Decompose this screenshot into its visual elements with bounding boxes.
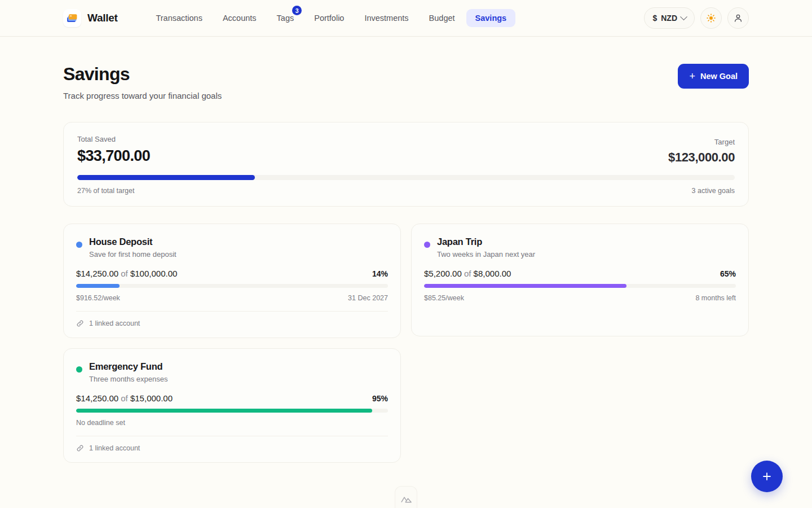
summary-values-row: Total Saved $33,700.00 Target $123,000.0…: [77, 135, 735, 165]
goal-linked-accounts-row[interactable]: 1 linked account: [76, 444, 388, 452]
goal-linked-accounts-label: 1 linked account: [89, 319, 140, 327]
total-progress-track: [77, 175, 735, 180]
link-icon: [76, 319, 84, 327]
goal-progress-fill: [76, 284, 120, 288]
goal-description: Three months expenses: [89, 375, 167, 383]
account-menu-button[interactable]: [727, 7, 749, 29]
theme-toggle-button[interactable]: [700, 7, 722, 29]
goal-amount-text: $5,200.00 of $8,000.00: [424, 269, 511, 278]
goal-deadline: 8 months left: [695, 294, 736, 302]
goal-amounts-row: $14,250.00 of $100,000.00 14%: [76, 269, 388, 278]
goal-progress-fill: [76, 409, 372, 413]
goal-linked-accounts-row[interactable]: 1 linked account: [76, 319, 388, 327]
plus-icon: [761, 470, 773, 483]
goal-description: Save for first home deposit: [89, 250, 176, 259]
goal-card[interactable]: Emergency Fund Three months expenses $14…: [63, 348, 401, 463]
goal-title-group: House Deposit Save for first home deposi…: [89, 237, 176, 259]
new-goal-button-label: New Goal: [700, 72, 738, 81]
nav-item-savings[interactable]: Savings: [466, 9, 516, 27]
goal-target-amount: $15,000.00: [130, 393, 173, 403]
goal-rate: No deadline set: [76, 419, 125, 427]
goal-description: Two weeks in Japan next year: [437, 250, 535, 259]
plus-icon: +: [689, 71, 695, 81]
wallet-cards-icon: [63, 9, 81, 27]
savings-page: Savings Track progress toward your finan…: [0, 37, 812, 463]
goal-divider: [76, 311, 388, 312]
goal-card[interactable]: Japan Trip Two weeks in Japan next year …: [411, 224, 749, 336]
nav-item-label: Transactions: [156, 14, 202, 23]
goal-card-spacer: [424, 302, 736, 326]
nav-item-label: Portfolio: [314, 14, 344, 23]
goal-linked-accounts-label: 1 linked account: [89, 444, 140, 452]
goal-of-label: of: [464, 269, 471, 278]
goal-name: House Deposit: [89, 237, 176, 247]
new-goal-button[interactable]: + New Goal: [678, 64, 749, 89]
total-saved-block: Total Saved $33,700.00: [77, 135, 150, 165]
chevron-down-icon: [680, 13, 687, 20]
target-label: Target: [668, 138, 735, 146]
goal-amount-text: $14,250.00 of $15,000.00: [76, 393, 173, 403]
goal-saved-amount: $14,250.00: [76, 393, 118, 403]
nav-item-label: Accounts: [223, 14, 257, 23]
tags-count-badge: 3: [292, 6, 302, 15]
sun-icon: [706, 13, 716, 23]
goal-amounts-row: $5,200.00 of $8,000.00 65%: [424, 269, 736, 278]
goal-header: House Deposit Save for first home deposi…: [76, 237, 388, 259]
goal-deadline: 31 Dec 2027: [348, 294, 388, 302]
nav-actions: $ NZD: [644, 7, 749, 29]
active-goals-caption: 3 active goals: [692, 187, 735, 195]
goal-of-label: of: [121, 269, 128, 278]
nav-item-portfolio[interactable]: Portfolio: [305, 9, 353, 27]
goal-target-amount: $8,000.00: [474, 269, 511, 278]
goal-rate: $916.52/week: [76, 294, 120, 302]
target-value: $123,000.00: [668, 150, 735, 165]
nav-item-tags[interactable]: Tags 3: [268, 9, 303, 27]
user-avatar-icon: [733, 13, 743, 23]
nav-item-accounts[interactable]: Accounts: [214, 9, 266, 27]
goal-footer-row: $85.25/week 8 months left: [424, 294, 736, 302]
page-subtitle: Track progress toward your financial goa…: [63, 91, 222, 100]
goal-divider: [76, 436, 388, 436]
goal-card-grid: House Deposit Save for first home deposi…: [63, 224, 749, 463]
footer-brand-badge[interactable]: [395, 487, 417, 508]
goal-of-label: of: [121, 393, 128, 403]
goal-color-dot: [424, 242, 430, 248]
savings-summary-card: Total Saved $33,700.00 Target $123,000.0…: [63, 122, 749, 207]
page-title: Savings: [63, 64, 222, 85]
goal-percent: 95%: [372, 394, 388, 403]
mountain-logo-icon: [401, 496, 412, 503]
goal-header: Japan Trip Two weeks in Japan next year: [424, 237, 736, 259]
add-goal-fab[interactable]: [751, 461, 783, 492]
goal-saved-amount: $5,200.00: [424, 269, 462, 278]
goal-color-dot: [76, 366, 82, 373]
nav-item-label: Investments: [364, 14, 408, 23]
goal-amounts-row: $14,250.00 of $15,000.00 95%: [76, 393, 388, 403]
goal-target-amount: $100,000.00: [130, 269, 177, 278]
goal-title-group: Japan Trip Two weeks in Japan next year: [437, 237, 535, 259]
target-block: Target $123,000.00: [668, 138, 735, 165]
nav-item-label: Budget: [429, 14, 455, 23]
goal-percent: 14%: [372, 269, 388, 278]
nav-item-label: Savings: [475, 14, 507, 23]
goal-color-dot: [76, 242, 82, 248]
total-progress-fill: [77, 175, 255, 180]
goal-footer-row: $916.52/week 31 Dec 2027: [76, 294, 388, 302]
goal-name: Emergency Fund: [89, 361, 167, 372]
nav-item-label: Tags: [277, 14, 294, 23]
goal-progress-track: [424, 284, 736, 288]
goal-progress-fill: [424, 284, 626, 288]
currency-code: NZD: [661, 14, 677, 23]
goal-progress-track: [76, 409, 388, 413]
goal-title-group: Emergency Fund Three months expenses: [89, 361, 167, 383]
nav-item-budget[interactable]: Budget: [420, 9, 464, 27]
nav-item-transactions[interactable]: Transactions: [147, 9, 211, 27]
goal-card[interactable]: House Deposit Save for first home deposi…: [63, 224, 401, 338]
total-saved-label: Total Saved: [77, 135, 150, 143]
link-icon: [76, 444, 84, 452]
page-header: Savings Track progress toward your finan…: [63, 64, 749, 100]
brand-logo[interactable]: Wallet: [63, 9, 117, 27]
nav-item-investments[interactable]: Investments: [355, 9, 417, 27]
top-navigation-bar: Wallet Transactions Accounts Tags 3 Port…: [0, 0, 812, 37]
currency-selector[interactable]: $ NZD: [644, 7, 695, 29]
primary-nav: Transactions Accounts Tags 3 Portfolio I…: [147, 9, 515, 27]
